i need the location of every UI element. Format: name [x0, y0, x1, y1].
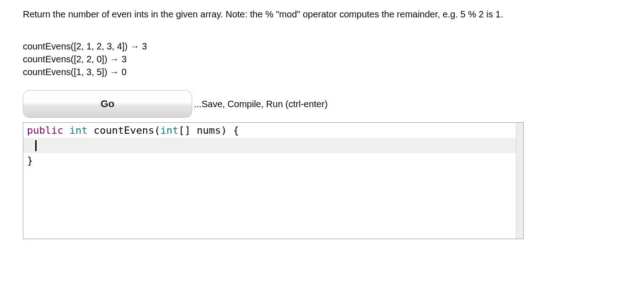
code-editor[interactable]: public int countEvens(int[] nums) { } — [23, 122, 524, 239]
example-line: countEvens([2, 2, 0]) → 3 — [23, 53, 621, 66]
example-line: countEvens([2, 1, 2, 3, 4]) → 3 — [23, 40, 621, 53]
code-content[interactable]: public int countEvens(int[] nums) { } — [23, 123, 524, 168]
problem-description: Return the number of even ints in the gi… — [23, 8, 503, 21]
examples-block: countEvens([2, 1, 2, 3, 4]) → 3 countEve… — [23, 40, 621, 78]
go-button[interactable]: Go — [23, 90, 192, 118]
code-line-active[interactable] — [23, 138, 524, 153]
code-line-3[interactable]: } — [23, 153, 524, 168]
action-hint: ...Save, Compile, Run (ctrl-enter) — [194, 99, 327, 109]
action-row: Go ...Save, Compile, Run (ctrl-enter) — [23, 90, 621, 118]
example-line: countEvens([1, 3, 5]) → 0 — [23, 66, 621, 78]
code-line-1[interactable]: public int countEvens(int[] nums) { — [23, 123, 524, 138]
vertical-scrollbar[interactable] — [516, 123, 524, 239]
text-cursor — [35, 140, 37, 151]
